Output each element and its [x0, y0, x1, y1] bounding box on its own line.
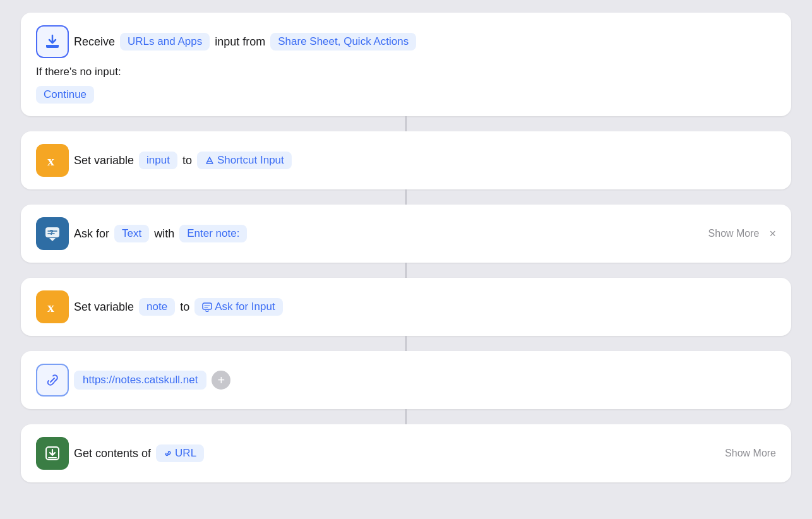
source-badge[interactable]: Share Sheet, Quick Actions	[270, 33, 416, 51]
to-label-1: to	[182, 154, 192, 167]
svg-rect-6	[203, 303, 212, 309]
note-badge[interactable]: note	[139, 298, 175, 316]
connector-5	[405, 409, 407, 424]
close-btn-1[interactable]: ×	[769, 227, 776, 241]
no-input-label: If there's no input:	[36, 66, 121, 78]
shortcut-input-badge[interactable]: Shortcut Input	[197, 152, 292, 169]
url-badge[interactable]: URL	[156, 444, 204, 462]
receive-card-row: Receive URLs and Apps input from Share S…	[36, 25, 776, 58]
shortcut-icon	[205, 155, 215, 165]
get-contents-label: Get contents of	[74, 447, 151, 460]
ask-icon-box: ?	[36, 217, 69, 250]
receive-label: Receive	[74, 35, 115, 49]
set-var-note-icon-box: x	[36, 290, 69, 323]
set-var-note-label: Set variable	[74, 301, 134, 314]
get-contents-icon	[43, 444, 62, 463]
url-card: https://notes.catskull.net +	[21, 351, 791, 409]
connector-4	[405, 336, 407, 351]
connector-1	[405, 116, 407, 131]
ask-label: Ask for	[74, 227, 109, 241]
input-type-badge[interactable]: URLs and Apps	[120, 33, 210, 51]
get-icon-box	[36, 437, 69, 470]
svg-text:x: x	[47, 299, 54, 315]
ask-input-badge[interactable]: Ask for Input	[194, 298, 282, 316]
url-badge-icon	[164, 449, 172, 458]
connector-2	[405, 189, 407, 205]
receive-icon	[43, 32, 62, 51]
ask-input-label: Ask for Input	[215, 301, 275, 313]
with-label: with	[154, 227, 174, 241]
connector-3	[405, 263, 407, 278]
url-icon-box	[36, 364, 69, 397]
variable-badge[interactable]: input	[139, 152, 177, 169]
from-label: input from	[215, 35, 265, 49]
ask-icon: ?	[43, 224, 62, 243]
shortcut-input-label: Shortcut Input	[217, 154, 284, 167]
variable-icon: x	[43, 151, 62, 170]
set-var-icon-box: x	[36, 144, 69, 177]
prompt-badge[interactable]: Enter note:	[179, 225, 247, 242]
get-contents-row: Get contents of URL Show More	[36, 437, 776, 470]
ask-for-card: ? Ask for Text with Enter note: Show Mor…	[21, 205, 791, 263]
svg-text:?: ?	[49, 229, 54, 236]
fallback-row: Continue	[36, 86, 776, 104]
get-contents-card: Get contents of URL Show More	[21, 424, 791, 482]
to-label-2: to	[180, 301, 189, 314]
set-variable-input-card: x Set variable input to Shortcut Input	[21, 131, 791, 189]
link-icon	[44, 371, 61, 389]
fallback-badge[interactable]: Continue	[36, 86, 94, 104]
variable-note-icon: x	[43, 297, 62, 316]
ask-input-icon	[202, 302, 212, 312]
set-variable-note-card: x Set variable note to Ask for Input	[21, 278, 791, 336]
url-badge-label: URL	[175, 447, 196, 460]
set-variable-note-row: x Set variable note to Ask for Input	[36, 290, 776, 323]
url-value[interactable]: https://notes.catskull.net	[74, 371, 206, 390]
url-card-row: https://notes.catskull.net +	[36, 364, 776, 397]
set-var-label: Set variable	[74, 154, 134, 167]
receive-card: Receive URLs and Apps input from Share S…	[21, 13, 791, 116]
text-type-badge[interactable]: Text	[114, 225, 149, 242]
add-url-btn[interactable]: +	[212, 371, 230, 390]
no-input-row: If there's no input:	[36, 66, 776, 78]
receive-icon-box	[36, 25, 69, 58]
set-variable-input-row: x Set variable input to Shortcut Input	[36, 144, 776, 177]
svg-text:x: x	[47, 153, 54, 169]
show-more-btn-2[interactable]: Show More	[725, 448, 776, 459]
ask-for-row: ? Ask for Text with Enter note: Show Mor…	[36, 217, 776, 250]
show-more-btn-1[interactable]: Show More	[708, 228, 760, 239]
